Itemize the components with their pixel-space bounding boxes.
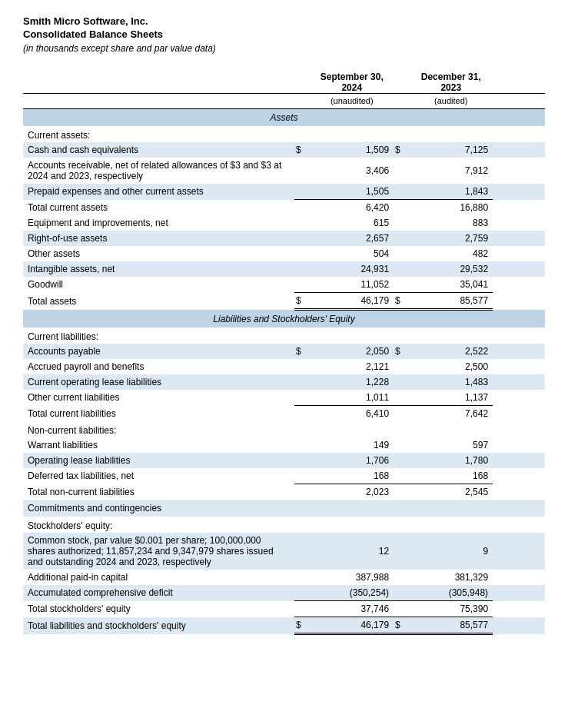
row-label: Total current liabilities xyxy=(23,406,294,422)
section-label: Current assets: xyxy=(23,126,545,142)
dollar1 xyxy=(294,484,310,500)
value1: 6,420 xyxy=(310,200,394,216)
value2: 1,483 xyxy=(409,374,493,390)
dollar1 xyxy=(294,231,310,246)
dollar2 xyxy=(394,601,409,617)
dollar1 xyxy=(294,246,310,261)
value2: 482 xyxy=(409,246,493,261)
col2-subheader: (audited) xyxy=(409,94,493,109)
row-label: Prepaid expenses and other current asset… xyxy=(23,184,294,200)
column-headers: September 30, 2024 December 31, 2023 xyxy=(23,69,545,94)
table-row: Goodwill 11,052 35,041 xyxy=(23,277,545,293)
assets-header: Assets xyxy=(23,109,545,127)
assets-section-header: Assets xyxy=(23,109,545,127)
value2: 381,329 xyxy=(409,570,493,585)
dollar2 xyxy=(394,158,409,184)
dollar2 xyxy=(394,468,409,484)
liabilities-section-header: Liabilities and Stockholders' Equity xyxy=(23,310,545,328)
table-row: Total current assets 6,420 16,880 xyxy=(23,200,545,216)
dollar1 xyxy=(294,406,310,422)
value1: 46,179 xyxy=(310,617,394,634)
row-label: Warrant liabilities xyxy=(23,437,294,453)
dollar1 xyxy=(294,468,310,484)
row-label: Right-of-use assets xyxy=(23,231,294,246)
row-label: Total liabilities and stockholders' equi… xyxy=(23,617,294,634)
section-label: Stockholders' equity: xyxy=(23,517,545,533)
table-row: Accounts receivable, net of related allo… xyxy=(23,158,545,184)
value1: 6,410 xyxy=(310,406,394,422)
value1: 46,179 xyxy=(310,293,394,310)
dollar1 xyxy=(294,601,310,617)
dollar1 xyxy=(294,261,310,277)
value2: 7,125 xyxy=(409,142,493,158)
value1: 387,988 xyxy=(310,570,394,585)
row-label: Total non-current liabilities xyxy=(23,484,294,500)
dollar1 xyxy=(294,200,310,216)
dollar1 xyxy=(294,570,310,585)
row-label: Current operating lease liabilities xyxy=(23,374,294,390)
value2: 16,880 xyxy=(409,200,493,216)
row-label: Common stock, par value $0.001 per share… xyxy=(23,533,294,570)
table-row: Prepaid expenses and other current asset… xyxy=(23,184,545,200)
dollar2 xyxy=(394,231,409,246)
table-row: Stockholders' equity: xyxy=(23,517,545,533)
table-row: Accrued payroll and benefits 2,121 2,500 xyxy=(23,359,545,374)
row-label: Accumulated comprehensive deficit xyxy=(23,585,294,601)
row-label: Other assets xyxy=(23,246,294,261)
value1: 168 xyxy=(310,468,394,484)
table-row: Cash and cash equivalents $ 1,509 $ 7,12… xyxy=(23,142,545,158)
table-row: Current operating lease liabilities 1,22… xyxy=(23,374,545,390)
col2-header: December 31, 2023 xyxy=(409,69,493,94)
table-row: Intangible assets, net 24,931 29,532 xyxy=(23,261,545,277)
dollar1 xyxy=(294,158,310,184)
dollar2 xyxy=(394,184,409,200)
row-label: Deferred tax liabilities, net xyxy=(23,468,294,484)
value1: 37,746 xyxy=(310,601,394,617)
table-row: Total current liabilities 6,410 7,642 xyxy=(23,406,545,422)
dollar2 xyxy=(394,390,409,406)
column-subheaders: (unaudited) (audited) xyxy=(23,94,545,109)
row-label: Accounts payable xyxy=(23,344,294,359)
table-row: Other current liabilities 1,011 1,137 xyxy=(23,390,545,406)
value1: 615 xyxy=(310,215,394,231)
value2: 35,041 xyxy=(409,277,493,293)
dollar1 xyxy=(294,215,310,231)
value2: 1,137 xyxy=(409,390,493,406)
dollar2 xyxy=(394,215,409,231)
value2: 2,500 xyxy=(409,359,493,374)
dollar2 xyxy=(394,261,409,277)
value1: 12 xyxy=(310,533,394,570)
liabilities-header: Liabilities and Stockholders' Equity xyxy=(23,310,545,328)
value2: (305,948) xyxy=(409,585,493,601)
value2: 9 xyxy=(409,533,493,570)
value1: 149 xyxy=(310,437,394,453)
value1: 1,505 xyxy=(310,184,394,200)
col1-subheader: (unaudited) xyxy=(310,94,394,109)
dollar2 xyxy=(394,246,409,261)
value2: 85,577 xyxy=(409,293,493,310)
value1: (350,254) xyxy=(310,585,394,601)
value2: 883 xyxy=(409,215,493,231)
value2: 29,532 xyxy=(409,261,493,277)
subtitle: (in thousands except share and par value… xyxy=(23,43,545,54)
dollar2 xyxy=(394,374,409,390)
dollar1: $ xyxy=(294,344,310,359)
dollar1: $ xyxy=(294,293,310,310)
row-label: Total stockholders' equity xyxy=(23,601,294,617)
dollar1 xyxy=(294,437,310,453)
row-label: Accrued payroll and benefits xyxy=(23,359,294,374)
dollar1 xyxy=(294,184,310,200)
value1: 1,228 xyxy=(310,374,394,390)
table-row: Total non-current liabilities 2,023 2,54… xyxy=(23,484,545,500)
dollar1 xyxy=(294,453,310,468)
value1: 2,023 xyxy=(310,484,394,500)
row-label: Other current liabilities xyxy=(23,390,294,406)
table-row: Current assets: xyxy=(23,126,545,142)
row-label: Total current assets xyxy=(23,200,294,216)
company-name: Smith Micro Software, Inc. xyxy=(23,15,545,27)
section-label: Non-current liabilities: xyxy=(23,421,545,437)
dollar2: $ xyxy=(394,293,409,310)
table-row: Operating lease liabilities 1,706 1,780 xyxy=(23,453,545,468)
dollar2 xyxy=(394,277,409,293)
value2: 2,545 xyxy=(409,484,493,500)
